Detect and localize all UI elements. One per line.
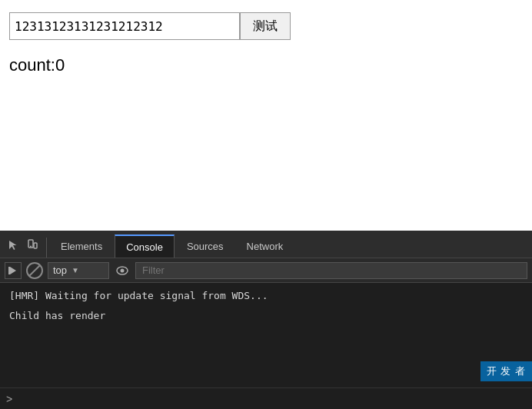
- svg-rect-1: [34, 243, 37, 248]
- svg-marker-3: [10, 267, 16, 274]
- devtools-panel: Elements Console Sources Network top ▼ […: [0, 231, 532, 409]
- filter-input[interactable]: [135, 262, 527, 279]
- chevron-down-icon: ▼: [71, 266, 79, 274]
- svg-rect-4: [8, 267, 10, 274]
- input-row: 测试: [9, 12, 523, 40]
- tab-network[interactable]: Network: [236, 234, 294, 258]
- clear-console-icon[interactable]: [26, 262, 43, 279]
- prompt-arrow-icon: >: [6, 393, 12, 405]
- cursor-icon[interactable]: [6, 238, 22, 253]
- mobile-icon[interactable]: [25, 238, 40, 253]
- number-input[interactable]: [9, 12, 240, 40]
- tab-elements[interactable]: Elements: [50, 234, 113, 258]
- context-dropdown[interactable]: top ▼: [48, 262, 109, 279]
- tab-sources[interactable]: Sources: [176, 234, 234, 258]
- console-output: [HMR] Waiting for update signal from WDS…: [0, 283, 532, 387]
- test-button[interactable]: 测试: [240, 12, 291, 40]
- console-line-1: [HMR] Waiting for update signal from WDS…: [0, 286, 532, 306]
- console-prompt: >: [0, 387, 532, 409]
- context-label: top: [53, 264, 67, 276]
- run-script-icon[interactable]: [5, 262, 22, 279]
- console-toolbar: top ▼: [0, 258, 532, 283]
- watermark: 开 发 者: [480, 361, 532, 381]
- eye-icon[interactable]: [114, 262, 131, 279]
- console-line-2: Child has render: [0, 306, 532, 326]
- main-content: 测试 count:0: [0, 0, 532, 231]
- console-prompt-input[interactable]: [17, 393, 526, 404]
- svg-point-6: [121, 268, 125, 272]
- tab-console[interactable]: Console: [115, 234, 175, 258]
- devtools-tabs-bar: Elements Console Sources Network: [0, 231, 532, 258]
- count-display: count:0: [9, 55, 523, 75]
- devtools-icon-group: [3, 238, 47, 258]
